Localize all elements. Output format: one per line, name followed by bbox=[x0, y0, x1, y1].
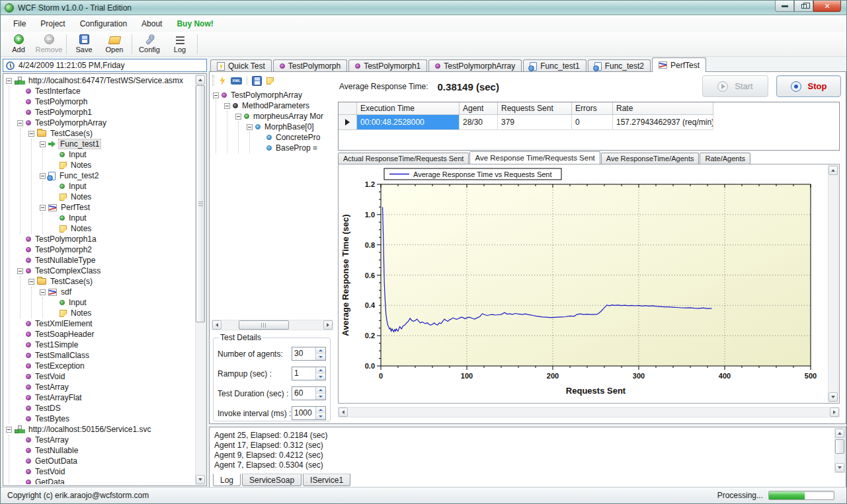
spin-down-button[interactable] bbox=[316, 354, 325, 361]
chart-tab-ave-response-time-requests-sent[interactable]: Ave Response Time/Requests Sent bbox=[469, 151, 600, 164]
expander-icon[interactable] bbox=[6, 427, 12, 433]
number-of-agents-spinner[interactable]: 30 bbox=[292, 347, 326, 361]
tree-item-testds[interactable]: TestDS bbox=[16, 403, 194, 414]
save-button[interactable]: Save bbox=[69, 32, 99, 56]
menu-item-buy-now[interactable]: Buy Now! bbox=[169, 17, 220, 31]
tree-item-perftest[interactable]: PerfTest bbox=[38, 202, 194, 213]
expander-icon[interactable] bbox=[224, 103, 230, 109]
tree-item-testsoapheader[interactable]: TestSoapHeader bbox=[16, 329, 194, 340]
tree-item-getdata[interactable]: GetData bbox=[16, 477, 194, 484]
tree-item-test1simple[interactable]: Test1Simple bbox=[16, 340, 194, 350]
rampup-sec-spinner[interactable]: 1 bbox=[292, 367, 326, 380]
expander-icon[interactable] bbox=[40, 205, 46, 211]
config-button[interactable]: Config bbox=[134, 32, 165, 56]
column-header-requests-sent[interactable]: Requests Sent bbox=[498, 102, 572, 115]
expander-icon[interactable] bbox=[40, 173, 46, 179]
tree-item-notes[interactable]: Notes bbox=[50, 223, 194, 234]
tree-item-notes[interactable]: Notes bbox=[50, 192, 194, 202]
tree-item-testpolymorph1a[interactable]: TestPolymorph1a bbox=[16, 234, 194, 244]
column-header-execution-time[interactable]: Execution Time bbox=[357, 102, 460, 115]
stop-button[interactable]: Stop bbox=[776, 75, 841, 97]
tree-item-input[interactable]: Input bbox=[50, 213, 194, 223]
tab-func-test2[interactable]: Func_test2 bbox=[588, 59, 651, 72]
log-vscrollbar[interactable] bbox=[834, 428, 845, 473]
log-tab-servicesoap[interactable]: ServiceSoap bbox=[242, 474, 302, 486]
log-button[interactable]: Log bbox=[165, 32, 195, 56]
results-grid[interactable]: Execution TimeAgentRequests SentErrorsRa… bbox=[338, 102, 840, 151]
spin-down-button[interactable] bbox=[316, 414, 325, 420]
spin-down-button[interactable] bbox=[316, 374, 325, 380]
xml-button[interactable]: XML bbox=[231, 77, 242, 85]
chart-tab-actual-responsetime-requests-sent[interactable]: Actual ResponseTime/Requests Sent bbox=[338, 153, 469, 164]
tree-item-testarrayflat[interactable]: TestArrayFlat bbox=[16, 392, 194, 403]
log-tab-log[interactable]: Log bbox=[213, 474, 241, 486]
parameter-hscrollbar[interactable] bbox=[212, 320, 333, 330]
tree-item-testnullabletype[interactable]: TestNullableType bbox=[16, 255, 194, 266]
scroll-thumb[interactable] bbox=[239, 320, 289, 330]
test-duration-sec-spinner[interactable]: 60 bbox=[292, 386, 326, 400]
chart-tab-ave-responsetime-agents[interactable]: Ave ResponseTime/Agents bbox=[601, 153, 700, 164]
tab-func-test1[interactable]: Func_test1 bbox=[523, 59, 586, 72]
tree-item-testvoid[interactable]: TestVoid bbox=[16, 466, 194, 477]
service-tree-scrollbar[interactable] bbox=[195, 75, 206, 485]
tree-item-func-test1[interactable]: Func_test1 bbox=[38, 139, 194, 149]
scroll-right-button[interactable] bbox=[323, 320, 333, 330]
log-tab-iservice1[interactable]: IService1 bbox=[303, 474, 350, 486]
spinner-value[interactable]: 30 bbox=[292, 347, 315, 360]
spin-down-button[interactable] bbox=[316, 394, 325, 400]
spinner-value[interactable]: 1 bbox=[292, 367, 315, 380]
bolt-button[interactable] bbox=[219, 76, 226, 85]
tab-perftest[interactable]: PerfTest bbox=[652, 57, 706, 72]
chart-vscrollbar[interactable] bbox=[828, 165, 838, 402]
menu-item-configuration[interactable]: Configuration bbox=[73, 17, 134, 31]
expander-icon[interactable] bbox=[40, 289, 46, 295]
scroll-up-button[interactable] bbox=[828, 166, 838, 175]
spin-up-button[interactable] bbox=[316, 347, 325, 354]
tree-item-testsmallclass[interactable]: TestSmallClass bbox=[16, 350, 194, 361]
menu-item-about[interactable]: About bbox=[134, 17, 169, 31]
expander-icon[interactable] bbox=[28, 131, 34, 137]
expander-icon[interactable] bbox=[17, 268, 23, 274]
parameter-tree[interactable]: TestPolymorphArrayMethodParametersmorphe… bbox=[212, 90, 333, 318]
tree-item-notes[interactable]: Notes bbox=[50, 160, 194, 170]
tree-item-testcomplexclass[interactable]: TestComplexClass bbox=[16, 266, 194, 276]
remove-button[interactable]: Remove bbox=[34, 32, 64, 56]
column-header-rate[interactable]: Rate bbox=[613, 102, 713, 115]
tree-item-testvoid[interactable]: TestVoid bbox=[16, 371, 194, 382]
scroll-up-button[interactable] bbox=[835, 429, 844, 438]
grid-cell[interactable]: 0 bbox=[572, 115, 613, 130]
invoke-interval-ms-spinner[interactable]: 1000 bbox=[292, 406, 326, 420]
start-button[interactable]: Start bbox=[702, 75, 768, 97]
tab-testpolymorph1[interactable]: TestPolymorph1 bbox=[348, 59, 427, 72]
expander-icon[interactable] bbox=[213, 92, 219, 98]
tree-item-func-test2[interactable]: Func_test2 bbox=[38, 170, 194, 181]
tree-item-testpolymorpharray[interactable]: TestPolymorphArray bbox=[212, 90, 333, 100]
grid-cell[interactable]: 379 bbox=[498, 115, 572, 130]
spinner-value[interactable]: 60 bbox=[292, 387, 315, 400]
menu-item-project[interactable]: Project bbox=[33, 17, 72, 31]
open-button[interactable]: Open bbox=[99, 32, 130, 56]
scroll-left-button[interactable] bbox=[212, 320, 222, 330]
minimize-button[interactable] bbox=[775, 1, 794, 12]
grid-cell[interactable]: 28/30 bbox=[460, 115, 498, 130]
column-header-agent[interactable]: Agent bbox=[460, 102, 498, 115]
expander-icon[interactable] bbox=[235, 114, 241, 120]
row-selector[interactable] bbox=[339, 115, 357, 130]
tree-item-notes[interactable]: Notes bbox=[50, 308, 194, 318]
tree-item-input[interactable]: Input bbox=[50, 149, 194, 160]
spin-up-button[interactable] bbox=[316, 407, 325, 414]
tree-item-testnullable[interactable]: TestNullable bbox=[16, 445, 194, 456]
tree-item-morphbase-0[interactable]: MorphBase[0] bbox=[245, 122, 333, 132]
tree-item-testbytes[interactable]: TestBytes bbox=[16, 414, 194, 424]
tree-item-morpheusarray-mor[interactable]: morpheusArray Mor bbox=[234, 111, 333, 122]
tree-item-testpolymorph2[interactable]: TestPolymorph2 bbox=[16, 244, 194, 255]
tree-item-testarray[interactable]: TestArray bbox=[16, 435, 194, 445]
grid-data-row[interactable]: 00:00:48.252800028/303790157.27943462937… bbox=[339, 115, 839, 130]
tree-item-getoutdata[interactable]: GetOutData bbox=[16, 456, 194, 466]
expander-icon[interactable] bbox=[6, 78, 12, 84]
tree-item-concretepro[interactable]: ConcretePro bbox=[257, 132, 333, 143]
scroll-left-button[interactable] bbox=[339, 408, 348, 417]
tree-item-sdf[interactable]: sdf bbox=[38, 287, 194, 297]
tree-item-testxmlelement[interactable]: TestXmlElement bbox=[16, 318, 194, 329]
log-output[interactable]: Agent 25, Elapsed: 0.2184 (sec)Agent 17,… bbox=[214, 431, 831, 472]
